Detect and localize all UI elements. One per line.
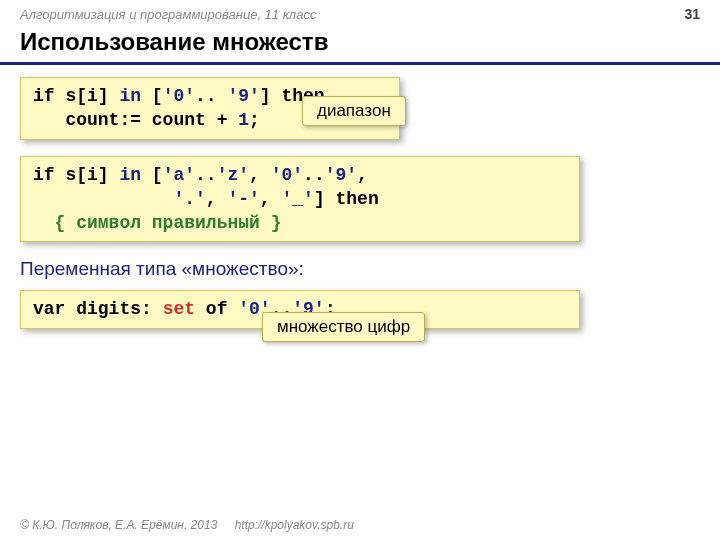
slide-title: Использование множеств: [0, 24, 720, 65]
slide-footer: © К.Ю. Поляков, Е.А. Ерёмин, 2013 http:/…: [20, 518, 354, 532]
code-block-2: if s[i] in ['a'..'z', '0'..'9', '.', '-'…: [20, 156, 580, 243]
course-name: Алгоритмизация и программирование, 11 кл…: [20, 7, 316, 22]
callout-digit-set: множество цифр: [262, 312, 425, 342]
callout-range: диапазон: [302, 96, 406, 126]
subtitle: Переменная типа «множество»:: [20, 258, 700, 280]
footer-url: http://kpolyakov.spb.ru: [235, 518, 354, 532]
copyright: © К.Ю. Поляков, Е.А. Ерёмин, 2013: [20, 518, 217, 532]
slide-header: Алгоритмизация и программирование, 11 кл…: [0, 0, 720, 24]
page-number: 31: [684, 6, 700, 22]
